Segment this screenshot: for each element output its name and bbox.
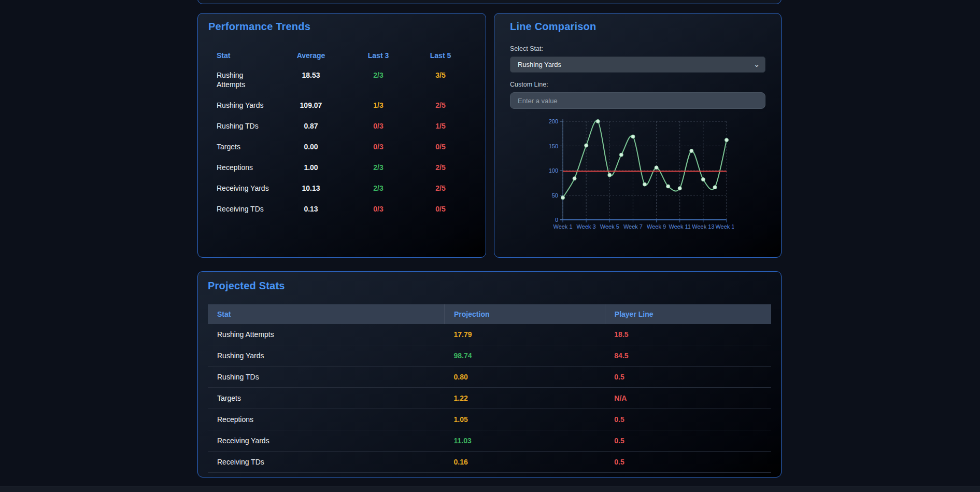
custom-line-input[interactable] [510, 92, 765, 109]
stat-name: Rushing Yards [214, 95, 275, 116]
stat-projection: 17.79 [445, 324, 605, 345]
stat-name: Rushing TDs [208, 367, 445, 388]
stat-last5: 2/5 [409, 95, 472, 116]
table-row: Rushing Attempts18.532/33/5 [214, 65, 472, 95]
stat-average: 18.53 [275, 65, 347, 95]
table-row: Rushing Yards109.071/32/5 [214, 95, 472, 116]
table-row: Rushing Yards98.7484.5 [208, 345, 771, 367]
stat-last3: 0/3 [347, 116, 409, 136]
projected-stats-table: Stat Projection Player Line Rushing Atte… [208, 304, 771, 473]
stat-player-line: 18.5 [605, 324, 771, 345]
stat-projection: 1.05 [445, 409, 605, 430]
stat-projection: 11.03 [445, 430, 605, 452]
svg-text:Week 13: Week 13 [692, 223, 714, 230]
stat-average: 0.13 [275, 199, 347, 219]
stat-player-line: 0.5 [605, 452, 771, 473]
stat-name: Receptions [214, 157, 275, 178]
svg-text:Week 3: Week 3 [577, 223, 596, 230]
stat-player-line: 84.5 [605, 345, 771, 367]
stat-name: Receiving TDs [208, 452, 445, 473]
table-header-row: Stat Projection Player Line [208, 304, 771, 324]
svg-text:Week 5: Week 5 [600, 223, 619, 230]
column-header-stat: Stat [214, 46, 275, 65]
custom-line-label: Custom Line: [510, 81, 765, 88]
stat-projection: 0.80 [445, 367, 605, 388]
stat-projection: 0.16 [445, 452, 605, 473]
stat-name: Rushing Yards [208, 345, 445, 367]
column-header-player-line: Player Line [605, 304, 771, 324]
stat-last5: 0/5 [409, 199, 472, 219]
stat-average: 0.87 [275, 116, 347, 136]
stat-average: 1.00 [275, 157, 347, 178]
panel-title: Projected Stats [208, 280, 771, 292]
stat-average: 109.07 [275, 95, 347, 116]
column-header-stat: Stat [208, 304, 445, 324]
stat-name: Rushing TDs [214, 116, 275, 136]
stat-name: Receiving Yards [214, 178, 275, 199]
stat-name: Receiving TDs [214, 199, 275, 219]
stat-last5: 2/5 [409, 157, 472, 178]
table-row: Receptions1.050.5 [208, 409, 771, 430]
panel-title: Performance Trends [208, 21, 475, 33]
stat-select[interactable]: Rushing Yards [510, 57, 765, 73]
svg-text:50: 50 [552, 192, 558, 199]
svg-text:150: 150 [549, 143, 558, 149]
stat-last5: 1/5 [409, 116, 472, 136]
stat-last3: 2/3 [347, 178, 409, 199]
table-row: Receiving Yards10.132/32/5 [214, 178, 472, 199]
svg-text:Week 11: Week 11 [669, 223, 691, 230]
svg-text:100: 100 [549, 167, 558, 174]
stat-last5: 3/5 [409, 65, 472, 95]
stat-name: Targets [214, 136, 275, 157]
table-row: Receptions1.002/32/5 [214, 157, 472, 178]
stat-player-line: 0.5 [605, 367, 771, 388]
stat-average: 10.13 [275, 178, 347, 199]
stat-projection: 98.74 [445, 345, 605, 367]
stat-name: Rushing Attempts [208, 324, 445, 345]
svg-text:0: 0 [555, 217, 558, 223]
svg-text:200: 200 [549, 118, 558, 124]
table-row: Receiving Yards11.030.5 [208, 430, 771, 452]
table-row: Receiving TDs0.130/30/5 [214, 199, 472, 219]
panel-title: Line Comparison [510, 21, 765, 33]
column-header-last5: Last 5 [409, 46, 472, 65]
stat-last5: 2/5 [409, 178, 472, 199]
table-row: Targets1.22N/A [208, 388, 771, 409]
stat-average: 0.00 [275, 136, 347, 157]
table-row: Targets0.000/30/5 [214, 136, 472, 157]
footer-bar [0, 486, 980, 492]
previous-panel-bottom-edge [197, 0, 782, 4]
column-header-average: Average [275, 46, 347, 65]
table-row: Rushing Attempts17.7918.5 [208, 324, 771, 345]
stat-projection: 1.22 [445, 388, 605, 409]
svg-text:Week 9: Week 9 [647, 223, 666, 230]
performance-trends-panel: Performance Trends Stat Average Last 3 L… [197, 13, 486, 258]
projected-stats-panel: Projected Stats Stat Projection Player L… [197, 271, 782, 477]
stat-last3: 1/3 [347, 95, 409, 116]
stat-last3: 0/3 [347, 136, 409, 157]
select-stat-label: Select Stat: [510, 45, 765, 52]
svg-text:Week 7: Week 7 [623, 223, 643, 230]
line-chart-svg: 050100150200Week 1Week 3Week 5Week 7Week… [544, 116, 734, 236]
table-header-row: Stat Average Last 3 Last 5 [214, 46, 472, 65]
svg-text:Week 1: Week 1 [553, 223, 572, 230]
stat-player-line: 0.5 [605, 430, 771, 452]
column-header-last3: Last 3 [347, 46, 409, 65]
stat-last5: 0/5 [409, 136, 472, 157]
stat-last3: 0/3 [347, 199, 409, 219]
stat-name: Receptions [208, 409, 445, 430]
stat-player-line: 0.5 [605, 409, 771, 430]
stat-last3: 2/3 [347, 157, 409, 178]
table-row: Rushing TDs0.800.5 [208, 367, 771, 388]
stat-name: Receiving Yards [208, 430, 445, 452]
stat-select-wrap: Rushing Yards ⌄ [510, 57, 765, 73]
stat-name: Targets [208, 388, 445, 409]
stat-player-line: N/A [605, 388, 771, 409]
column-header-projection: Projection [445, 304, 605, 324]
performance-trends-table: Stat Average Last 3 Last 5 Rushing Attem… [214, 46, 472, 219]
line-chart: 050100150200Week 1Week 3Week 5Week 7Week… [544, 116, 734, 236]
stat-name: Rushing Attempts [214, 65, 275, 95]
table-row: Receiving TDs0.160.5 [208, 452, 771, 473]
table-row: Rushing TDs0.870/31/5 [214, 116, 472, 136]
svg-text:Week 15: Week 15 [715, 223, 734, 230]
